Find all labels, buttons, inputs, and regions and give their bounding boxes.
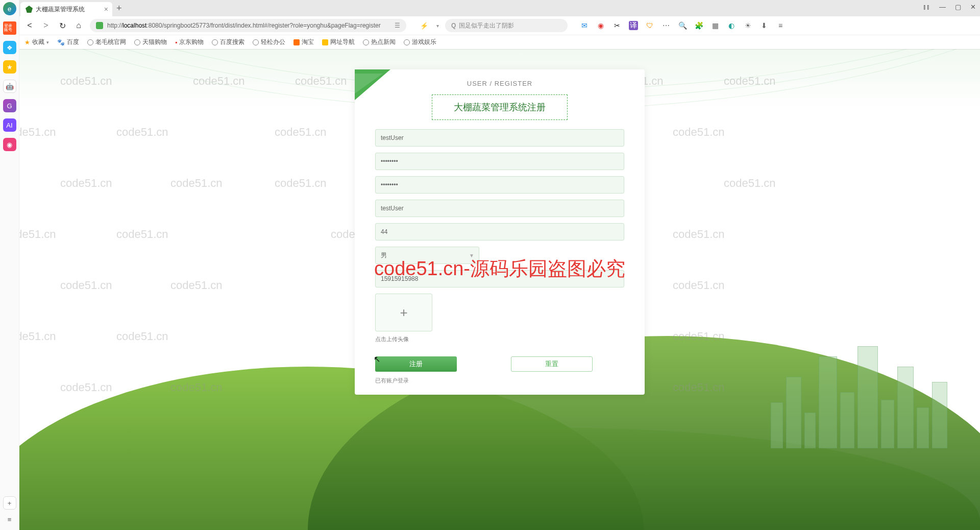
globe-icon [87, 39, 93, 45]
weibo-icon[interactable]: ◉ [596, 21, 605, 30]
profile-icon[interactable]: ◐ [727, 21, 736, 30]
plus-icon: + [400, 305, 407, 321]
password-input[interactable] [375, 153, 624, 170]
nav-back-button[interactable]: < [24, 21, 35, 30]
speed-dropdown-icon[interactable]: ▾ [436, 23, 439, 29]
translate-icon[interactable]: 译 [629, 21, 638, 30]
watermark: code51.cn [673, 126, 725, 139]
zoom-icon[interactable]: 🔍 [678, 21, 687, 30]
bookmark-baidu[interactable]: 🐾百度 [57, 38, 79, 46]
nav-icon [322, 39, 328, 45]
reset-button[interactable]: 重置 [511, 356, 593, 372]
bookmark-office[interactable]: 轻松办公 [253, 38, 285, 46]
page-content: code51.cn code51.cn code51.cn code51.cn … [19, 49, 980, 530]
window-close-icon[interactable]: ✕ [970, 3, 976, 11]
sidebar-ai2-icon[interactable]: AI [3, 118, 16, 132]
bookmark-navsite[interactable]: 网址导航 [322, 38, 355, 46]
sidebar-ai-icon[interactable]: G [3, 99, 16, 112]
adblock-icon[interactable]: 🛡 [645, 21, 654, 30]
button-row: 注册 重置 [375, 356, 624, 372]
sidebar-app-1-icon[interactable]: ❖ [3, 41, 16, 54]
watermark: code51.cn [116, 330, 168, 343]
sidebar-favorites-icon[interactable]: ★ [3, 60, 16, 74]
browser-logo-icon[interactable]: e [3, 2, 16, 15]
watermark: code51.cn [724, 177, 776, 190]
extensions-icon[interactable]: 🧩 [694, 21, 703, 30]
login-account-button[interactable]: 登录账号 [3, 21, 16, 35]
window-pin-icon[interactable]: ⫿⫿ [923, 3, 930, 11]
sidebar-list-button[interactable]: ≡ [3, 513, 16, 526]
register-button[interactable]: 注册 [375, 356, 457, 372]
watermark: code51.cn [116, 126, 168, 139]
browser-chrome: 大棚蔬菜管理系统 × + ⫿⫿ — ▢ ✕ < > ↻ ⌂ http://loc… [0, 0, 980, 50]
gender-select[interactable]: ▼ [375, 247, 479, 264]
age-input[interactable] [375, 223, 624, 240]
bookmark-games[interactable]: 游戏娱乐 [404, 38, 436, 46]
card-title: 大棚蔬菜管理系统注册 [454, 102, 546, 112]
bookmark-laomaotao[interactable]: 老毛桃官网 [87, 38, 126, 46]
confirm-password-input[interactable] [375, 176, 624, 194]
gender-select-display[interactable] [375, 247, 479, 264]
bookmark-tmall[interactable]: 天猫购物 [134, 38, 167, 46]
watermark: code51.cn [19, 330, 56, 343]
watermark: code51.cn [60, 381, 112, 394]
watermark: code51.cn [60, 279, 112, 292]
nav-home-button[interactable]: ⌂ [74, 21, 84, 30]
reader-mode-icon[interactable]: ☰ [395, 22, 400, 29]
more-tools-icon[interactable]: ⋯ [662, 21, 671, 30]
watermark: code51.cn [116, 228, 168, 241]
star-icon: ★ [24, 39, 30, 46]
nav-bar: < > ↻ ⌂ http://localhost:8080/springboot… [0, 16, 980, 35]
window-maximize-icon[interactable]: ▢ [955, 3, 961, 11]
bookmark-news[interactable]: 热点新闻 [363, 38, 396, 46]
globe-icon [404, 39, 410, 45]
window-controls: ⫿⫿ — ▢ ✕ [923, 3, 976, 11]
nav-forward-button[interactable]: > [41, 21, 51, 30]
bookmark-baidusearch[interactable]: 百度搜索 [212, 38, 244, 46]
apps-grid-icon[interactable]: ▦ [710, 21, 720, 30]
card-title-box: 大棚蔬菜管理系统注册 [432, 94, 568, 120]
new-tab-button[interactable]: + [116, 3, 122, 14]
watermark: code51.cn [60, 75, 112, 88]
name-input[interactable] [375, 200, 624, 217]
watermark: code51.cn [19, 228, 56, 241]
close-tab-icon[interactable]: × [104, 5, 108, 13]
url-bar[interactable]: http://localhost:8080/springboot25773/fr… [90, 19, 406, 32]
upload-hint-label: 点击上传头像 [375, 335, 624, 343]
nav-reload-button[interactable]: ↻ [57, 21, 67, 31]
tab-favicon-icon [26, 6, 33, 13]
city-skyline-icon [771, 336, 965, 448]
bookmark-jd[interactable]: ▪京东购物 [175, 38, 204, 46]
browser-tab[interactable]: 大棚蔬菜管理系统 × [20, 2, 112, 16]
theme-icon[interactable]: ☀ [743, 21, 752, 30]
downloads-icon[interactable]: ⬇ [760, 21, 769, 30]
bookmark-taobao[interactable]: 淘宝 [293, 38, 314, 46]
watermark: code51.cn [673, 228, 725, 241]
sidebar-add-button[interactable]: + [3, 496, 16, 510]
browser-search-input[interactable]: 国足似乎走出了阴影 [445, 19, 568, 32]
register-card: USER / REGISTER 大棚蔬菜管理系统注册 ▼ + 点击上传头像 注册… [355, 69, 645, 395]
username-input[interactable] [375, 129, 624, 147]
main-menu-icon[interactable]: ≡ [776, 21, 785, 30]
bookmark-bar: ★收藏▾ 🐾百度 老毛桃官网 天猫购物 ▪京东购物 百度搜索 轻松办公 淘宝 网… [0, 35, 980, 49]
url-text: http://localhost:8080/springboot25773/fr… [107, 22, 381, 29]
watermark: code51.cn [724, 75, 776, 88]
avatar-upload-button[interactable]: + [375, 294, 432, 331]
site-security-icon[interactable] [96, 22, 103, 29]
toolbar-right-icons: ✉ ◉ ✂ 译 🛡 ⋯ 🔍 🧩 ▦ ◐ ☀ ⬇ ≡ [580, 21, 785, 30]
mail-icon[interactable]: ✉ [580, 21, 589, 30]
sidebar-chat-icon[interactable]: ◉ [3, 138, 16, 151]
phone-input[interactable] [375, 270, 624, 287]
watermark: code51.cn [295, 75, 347, 88]
sidebar-robot-icon[interactable]: 🤖 [3, 80, 16, 93]
browser-left-sidebar: e 登录账号 ❖ ★ 🤖 G AI ◉ + ≡ [0, 0, 19, 530]
bookmark-favorites[interactable]: ★收藏▾ [24, 38, 49, 46]
window-minimize-icon[interactable]: — [939, 3, 946, 11]
speed-mode-icon[interactable]: ⚡ [420, 22, 428, 30]
globe-icon [253, 39, 259, 45]
screenshot-icon[interactable]: ✂ [612, 21, 622, 30]
tab-bar: 大棚蔬菜管理系统 × + ⫿⫿ — ▢ ✕ [0, 0, 980, 16]
globe-icon [212, 39, 218, 45]
globe-icon [363, 39, 369, 45]
login-link[interactable]: 已有账户登录 [375, 377, 624, 384]
